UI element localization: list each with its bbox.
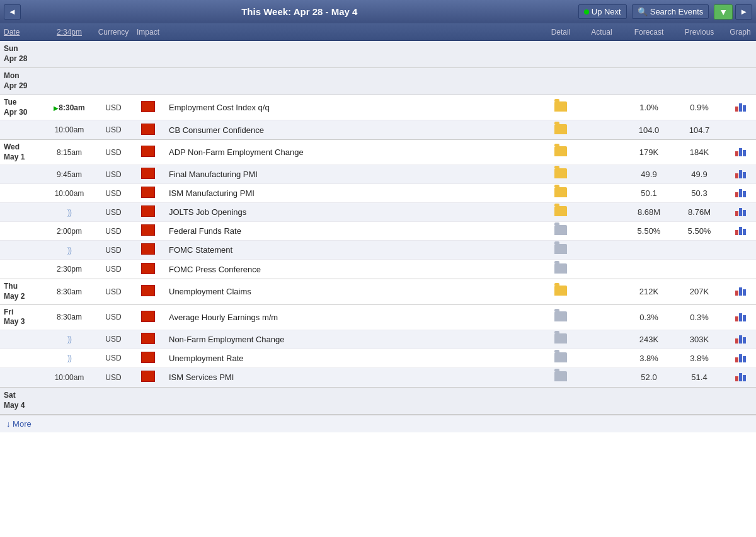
up-next-dot [584,9,589,14]
detail-cell[interactable] [542,352,580,364]
detail-cell[interactable] [542,206,580,218]
currency-cell: USD [94,170,132,179]
day-section: TueApr 30▶8:30amUSDEmployment Cost Index… [0,95,756,140]
currency-cell: USD [94,208,132,217]
table-row: ))USDNon-Farm Employment Change243K303K [0,330,756,349]
event-name: Employment Cost Index q/q [164,103,542,112]
col-actual-header: Actual [580,28,624,37]
graph-cell[interactable] [724,352,756,364]
bar-chart-icon[interactable] [735,225,746,235]
day-section: WedMay 18:15amUSDADP Non-Farm Employment… [0,140,756,279]
folder-icon[interactable] [554,371,567,381]
table-row: ThuMay 28:30amUSDUnemployment Claims212K… [0,279,756,304]
time-cell: 2:30pm [44,265,94,274]
week-title: This Week: Apr 28 - May 4 [21,6,578,17]
time-cell: )) [44,335,94,344]
day-label [0,172,44,177]
graph-cell[interactable] [724,333,756,345]
impact-high-icon [141,243,155,255]
folder-icon[interactable] [554,286,567,296]
detail-cell[interactable] [542,101,580,113]
folder-icon[interactable] [554,263,567,274]
graph-cell[interactable] [724,371,756,383]
detail-cell[interactable] [542,146,580,158]
detail-cell[interactable] [542,225,580,237]
folder-icon[interactable] [554,101,567,112]
folder-icon[interactable] [554,206,567,216]
folder-icon[interactable] [554,124,567,134]
bar-chart-icon[interactable] [735,146,746,156]
table-row: MonApr 29 [0,68,756,95]
currency-cell: USD [94,148,132,157]
up-next-button[interactable]: Up Next [578,4,627,19]
forecast-cell: 243K [624,335,674,344]
search-events-button[interactable]: 🔍 Search Events [632,4,709,19]
table-row: TueApr 30▶8:30amUSDEmployment Cost Index… [0,95,756,120]
previous-cell: 207K [674,287,724,296]
impact-high-icon [141,187,155,198]
bar-chart-icon[interactable] [735,352,746,362]
previous-cell: 0.9% [674,103,724,112]
graph-cell[interactable] [724,187,756,199]
prev-week-button[interactable]: ◄ [4,4,21,20]
folder-icon[interactable] [554,333,567,344]
graph-cell[interactable] [724,168,756,180]
currency-cell: USD [94,373,132,382]
bar-chart-icon[interactable] [735,187,746,197]
detail-cell[interactable] [542,371,580,383]
folder-icon[interactable] [554,187,567,197]
forecast-cell: 0.3% [624,313,674,322]
bar-chart-icon[interactable] [735,333,746,344]
folder-icon[interactable] [554,225,567,235]
graph-cell[interactable] [724,225,756,237]
bar-chart-icon[interactable] [735,371,746,381]
bar-chart-icon[interactable] [735,101,746,112]
detail-cell[interactable] [542,187,580,199]
detail-cell[interactable] [542,286,580,297]
folder-icon[interactable] [554,311,567,321]
detail-cell[interactable] [542,263,580,275]
folder-icon[interactable] [554,244,567,254]
table-row: 10:00amUSDCB Consumer Confidence104.0104… [0,120,756,139]
bar-chart-icon[interactable] [735,286,746,296]
folder-icon[interactable] [554,168,567,178]
event-name: Federal Funds Rate [164,226,542,236]
detail-cell[interactable] [542,333,580,345]
col-time-header[interactable]: 2:34pm [44,28,94,37]
graph-cell[interactable] [724,286,756,297]
graph-cell[interactable] [724,101,756,113]
more-button[interactable]: ↓ More [0,415,756,432]
next-week-button[interactable]: ► [735,4,752,20]
table-row: 2:30pmUSDFOMC Press Conference [0,260,756,279]
day-section: MonApr 29 [0,68,756,95]
graph-cell[interactable] [724,146,756,158]
detail-cell[interactable] [542,168,580,180]
impact-cell [132,168,164,181]
impact-cell [132,263,164,276]
filter-button[interactable]: ▼ [714,4,733,20]
day-label: WedMay 1 [0,140,44,165]
event-name: Final Manufacturing PMI [164,170,542,179]
folder-icon[interactable] [554,146,567,156]
bar-chart-icon[interactable] [735,168,746,178]
previous-cell: 184K [674,147,724,157]
detail-cell[interactable] [542,124,580,136]
time-cell: 8:15am [44,148,94,157]
header-actions: Up Next 🔍 Search Events ▼ [578,4,733,20]
graph-cell[interactable] [724,206,756,218]
detail-cell[interactable] [542,244,580,256]
impact-high-icon [141,285,155,296]
search-icon: 🔍 [638,7,648,16]
col-date-header[interactable]: Date [0,28,44,37]
bar-chart-icon[interactable] [735,311,746,321]
detail-cell[interactable] [542,311,580,323]
graph-cell[interactable] [724,311,756,323]
day-label [0,229,44,234]
day-label: SunApr 28 [0,42,44,66]
impact-cell [132,285,164,298]
folder-icon[interactable] [554,352,567,362]
day-label: TueApr 30 [0,95,44,120]
currency-cell: USD [94,287,132,296]
bar-chart-icon[interactable] [735,206,746,216]
day-label [0,127,44,132]
